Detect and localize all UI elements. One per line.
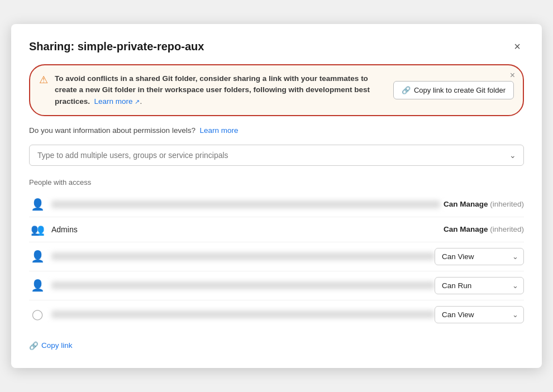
permission-dropdown[interactable]: Can View Can Run Can Edit Can Manage: [435, 277, 524, 294]
permission-dropdown[interactable]: Can View Can Run Can Edit Can Manage: [435, 306, 524, 323]
add-users-input[interactable]: [29, 145, 524, 166]
person-name-blurred: [51, 252, 435, 260]
external-link-icon: ↗: [135, 98, 140, 105]
table-row: 👤 Can View Can Run Can Edit Can Manage ⌄: [29, 271, 524, 300]
person-outline-icon: ◯: [29, 308, 46, 321]
table-row: 👥 Admins Can Manage (inherited): [29, 217, 524, 242]
people-section-label: People with access: [29, 178, 524, 187]
table-row: 👤 Can View Can Run Can Edit Can Manage ⌄: [29, 242, 524, 271]
permission-label: Can Manage (inherited): [440, 200, 524, 208]
permission-info: Do you want information about permission…: [29, 126, 524, 135]
search-input-wrap: ⌄: [29, 145, 524, 166]
permission-select-wrap: Can View Can Run Can Edit Can Manage ⌄: [435, 306, 524, 323]
permission-select-wrap: Can View Can Run Can Edit Can Manage ⌄: [435, 248, 524, 265]
permission-learn-more-link[interactable]: Learn more: [199, 126, 238, 135]
group-icon: 👥: [29, 223, 46, 236]
sharing-modal: Sharing: simple-private-repo-aux × ⚠ To …: [11, 24, 542, 368]
modal-close-button[interactable]: ×: [511, 40, 524, 53]
person-name-blurred: [51, 310, 435, 318]
permission-dropdown[interactable]: Can View Can Run Can Edit Can Manage: [435, 248, 524, 265]
warning-text: To avoid conflicts in a shared Git folde…: [55, 73, 387, 107]
copy-link-button[interactable]: 🔗 Copy link: [29, 341, 73, 350]
table-row: 👤 Can Manage (inherited): [29, 192, 524, 217]
modal-title: Sharing: simple-private-repo-aux: [29, 40, 204, 53]
footer-copy-link: 🔗 Copy link: [29, 341, 524, 350]
warning-learn-more-link[interactable]: Learn more ↗: [94, 97, 140, 106]
person-icon: 👤: [29, 279, 46, 292]
link-icon: 🔗: [29, 341, 39, 350]
permission-select-wrap: Can View Can Run Can Edit Can Manage ⌄: [435, 277, 524, 294]
warning-icon: ⚠: [39, 74, 48, 86]
warning-banner: ⚠ To avoid conflicts in a shared Git fol…: [29, 64, 524, 116]
person-name: Admins: [51, 225, 440, 234]
person-name-blurred: [51, 200, 440, 208]
person-name-blurred: [51, 281, 435, 289]
people-list: 👤 Can Manage (inherited) 👥 Admins Can Ma…: [29, 192, 524, 329]
people-with-access-section: People with access 👤 Can Manage (inherit…: [29, 178, 524, 329]
person-icon: 👤: [29, 250, 46, 263]
link-icon: 🔗: [402, 86, 411, 94]
table-row: ◯ Can View Can Run Can Edit Can Manage ⌄: [29, 300, 524, 329]
person-icon: 👤: [29, 198, 46, 211]
copy-git-folder-button[interactable]: 🔗 Copy link to create Git folder: [393, 81, 514, 99]
permission-label: Can Manage (inherited): [440, 225, 524, 233]
modal-header: Sharing: simple-private-repo-aux ×: [29, 40, 524, 53]
banner-dismiss-button[interactable]: ×: [510, 71, 515, 80]
